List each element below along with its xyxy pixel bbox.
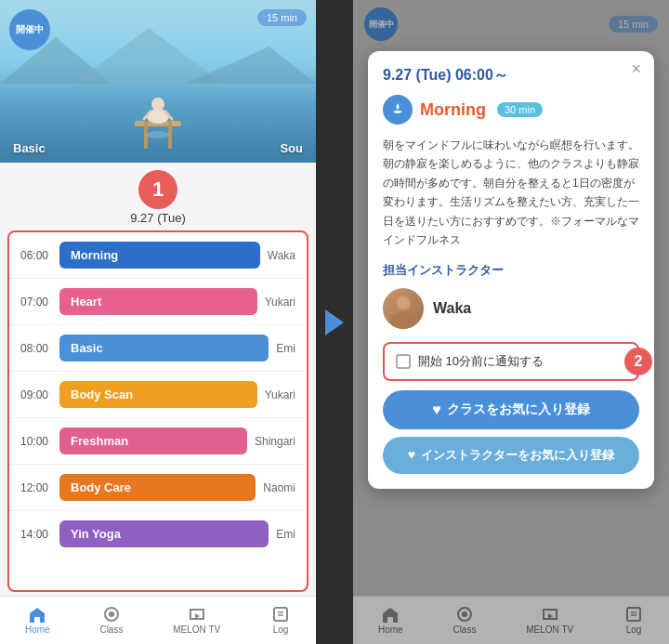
arrow-right-icon xyxy=(325,309,344,335)
modal-class-name: Morning xyxy=(420,100,486,120)
instructor-name-modal: Waka xyxy=(433,300,471,317)
fav-instructor-button[interactable]: ♥ インストラクターをお気に入り登録 xyxy=(383,437,639,474)
modal-date: 9.27 (Tue) 06:00～ xyxy=(383,66,639,85)
ongoing-badge: 開催中 xyxy=(9,9,50,50)
schedule-item[interactable]: 14:00Yin YogaEmi xyxy=(9,511,307,557)
arrow-container xyxy=(316,309,353,335)
schedule-time: 07:00 xyxy=(20,296,59,309)
schedule-time: 14:00 xyxy=(20,528,59,541)
notify-text: 開始 10分前に通知する xyxy=(418,353,544,370)
schedule-time: 12:00 xyxy=(20,481,59,494)
schedule-item[interactable]: 09:00Body ScanYukari xyxy=(9,372,307,418)
bottom-nav-left: Home Class MELON TV xyxy=(0,596,316,644)
hero-label-right: Sou xyxy=(280,141,303,155)
schedule-item[interactable]: 10:00FreshmanShingari xyxy=(9,418,307,465)
instructor-label: Yukari xyxy=(265,388,295,401)
date-label: 9.27 (Tue) xyxy=(0,211,316,225)
nav-log-label: Log xyxy=(273,624,289,635)
nav-class[interactable]: Class xyxy=(92,602,130,638)
svg-point-14 xyxy=(109,611,114,617)
heart-icon-2: ♥ xyxy=(408,446,415,465)
svg-rect-15 xyxy=(274,608,287,621)
hero-labels: Basic Sou xyxy=(0,141,316,155)
hero-image: 開催中 15 min Basic Sou xyxy=(0,0,316,163)
instructor-label: Shingari xyxy=(255,435,295,448)
svg-point-9 xyxy=(151,98,164,111)
schedule-time: 10:00 xyxy=(20,435,59,448)
class-badge: Freshman xyxy=(59,427,247,454)
modal-duration-badge: 30 min xyxy=(497,102,543,117)
fav-class-button[interactable]: ♥ クラスをお気に入り登録 xyxy=(383,390,639,429)
schedule-item[interactable]: 08:00BasicEmi xyxy=(9,325,307,372)
step-badge-1: 1 xyxy=(138,170,177,209)
modal-card: × 9.27 (Tue) 06:00～ Morning 30 min 朝をマイン… xyxy=(368,51,654,489)
duration-badge: 15 min xyxy=(257,9,307,26)
schedule-time: 09:00 xyxy=(20,388,59,401)
schedule-time: 06:00 xyxy=(20,249,59,262)
class-icon xyxy=(101,606,122,623)
instructor-section-title: 担当インストラクター xyxy=(383,262,639,279)
svg-point-12 xyxy=(147,131,169,138)
modal-description: 朝をマインドフルに味わいながら瞑想を行います。朝の静寂を楽しめるように、他のクラ… xyxy=(383,136,639,249)
notify-row: 開始 10分前に通知する 2 xyxy=(383,342,639,381)
svg-point-24 xyxy=(390,312,416,329)
svg-point-25 xyxy=(398,297,409,309)
schedule-time: 08:00 xyxy=(20,342,59,355)
schedule-item[interactable]: 12:00Body CareNaomi xyxy=(9,465,307,511)
instructor-label: Emi xyxy=(276,342,295,355)
instructor-row: Waka xyxy=(383,288,639,329)
notify-checkbox[interactable] xyxy=(396,354,411,369)
class-badge: Body Scan xyxy=(59,381,257,408)
nav-melon-tv-label: MELON TV xyxy=(173,624,220,635)
home-icon xyxy=(27,606,47,623)
instructor-label: Naomi xyxy=(263,481,295,494)
nav-home[interactable]: Home xyxy=(18,602,58,638)
class-badge: Heart xyxy=(59,288,257,315)
nav-class-label: Class xyxy=(99,624,123,635)
class-badge: Basic xyxy=(59,335,269,361)
instructor-label: Emi xyxy=(276,528,295,541)
schedule-list[interactable]: 06:00MorningWaka07:00HeartYukari08:00Bas… xyxy=(7,230,308,592)
log-icon xyxy=(270,606,291,623)
instructor-label: Waka xyxy=(268,249,295,262)
instructor-avatar xyxy=(383,288,424,329)
hero-label-left: Basic xyxy=(13,141,46,155)
instructor-label: Yukari xyxy=(265,296,295,309)
step-badge-2: 2 xyxy=(624,348,652,375)
nav-log[interactable]: Log xyxy=(263,602,298,638)
schedule-item[interactable]: 06:00MorningWaka xyxy=(9,232,307,279)
modal-close-button[interactable]: × xyxy=(631,60,641,77)
right-phone: 開催中 15 min Home xyxy=(353,0,669,644)
heart-icon: ♥ xyxy=(432,401,441,418)
modal-class-header: Morning 30 min xyxy=(383,95,639,125)
nav-melon-tv[interactable]: MELON TV xyxy=(165,602,228,638)
morning-class-icon xyxy=(383,95,413,125)
schedule-item[interactable]: 07:00HeartYukari xyxy=(9,279,307,325)
melon-tv-icon xyxy=(187,606,207,623)
class-badge: Morning xyxy=(59,242,260,269)
class-badge: Body Care xyxy=(59,474,256,501)
nav-home-label: Home xyxy=(25,624,50,635)
class-badge: Yin Yoga xyxy=(59,520,269,547)
left-phone: 開催中 15 min Basic Sou 1 9.27 (Tue) 06:00M… xyxy=(0,0,316,644)
